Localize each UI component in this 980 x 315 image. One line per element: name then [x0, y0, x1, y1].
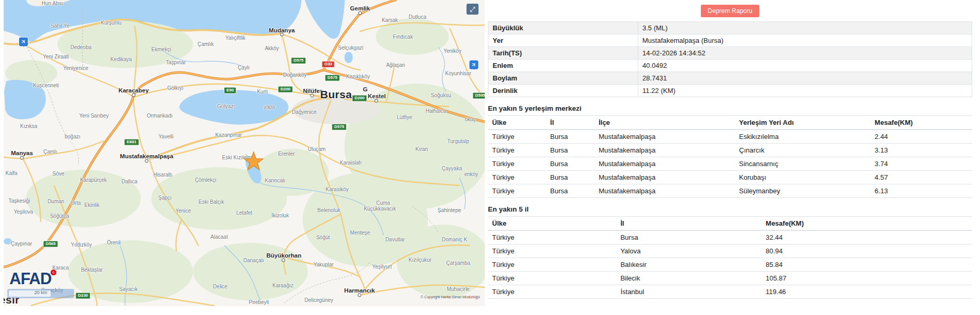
city-marker-dot [310, 94, 314, 98]
map-town-label: Soğuksu [431, 92, 451, 98]
map-town-label: Bektaşlar [81, 267, 103, 273]
table-cell: 2.44 [870, 130, 972, 144]
table-cell: Türkiye [488, 258, 616, 272]
afad-logo: AFAD ☪ [9, 271, 51, 287]
map-town-label: Turgutalp [447, 138, 469, 144]
road-shield: D565 [43, 241, 58, 248]
city-marker-dot [358, 294, 362, 297]
map-town-label: Erenler [278, 151, 295, 157]
map-city-label: Gemlik [350, 5, 370, 11]
table-row: Enlem40.0492 [488, 60, 972, 72]
nearest-provinces-title: En yakın 5 il [488, 205, 972, 213]
map-town-label: Delicegüney [304, 297, 333, 303]
map-town-label: Cuma [376, 200, 390, 206]
column-header: Mesafe(KM) [761, 217, 972, 231]
map-town-label: Orta [70, 200, 80, 206]
map-town-label: Pirebeyli [249, 299, 269, 305]
table-cell: Mustafakemalpaşa [594, 184, 735, 198]
map-town-label: Kuşcenneti [33, 83, 58, 88]
map-town-label: Fındıcak [393, 34, 413, 40]
map-town-label: Yeniyenice [63, 65, 88, 71]
map-city-label: Manyas [11, 150, 33, 156]
road-shield: D595 [472, 92, 485, 99]
road-shield: E881 [124, 139, 139, 146]
map-town-label: Söğüt [316, 235, 330, 240]
table-row: TürkiyeBilecik105.87 [488, 272, 972, 285]
map-town-label: yapa [264, 104, 275, 110]
table-row: TürkiyeBursa32.44 [488, 230, 972, 244]
table-cell: Bursa [546, 171, 594, 184]
map-town-label: Danaçalı [243, 258, 264, 263]
deprem-raporu-button[interactable]: Deprem Raporu [701, 5, 759, 17]
map-town-label: Taşkesiği [8, 198, 30, 204]
table-row: TürkiyeBursaMustafakemalpaşaKorubaşı4.57 [488, 171, 972, 184]
table-cell: Mustafakemalpaşa (Bursa) [638, 34, 972, 47]
table-cell: Bursa [546, 130, 594, 144]
map-town-label: enköy [464, 171, 479, 177]
map-city-label: Mustafakemalpaşa [120, 153, 173, 159]
nearest-settlements-title: En yakın 5 yerleşim merkezi [488, 104, 972, 112]
map-canvas[interactable]: Hun AbsıSahil YeKurşunluDedeobaYeni Zira… [0, 0, 485, 306]
table-cell: Boylam [488, 72, 638, 85]
map-city-label: Nilüfer [303, 88, 322, 94]
road-shield: D200 [352, 95, 367, 102]
table-cell: Derinlik [488, 85, 638, 97]
map-town-label: Karapürçek [80, 177, 106, 183]
map-town-label: Yavelli [159, 134, 174, 139]
map-town-label: Halhalca [426, 108, 446, 114]
map-town-label: Yeni Ziraatl [43, 54, 69, 60]
table-cell: Türkiye [488, 230, 616, 244]
city-marker-dot [145, 159, 149, 163]
map-city-label: G [363, 86, 368, 92]
table-row: TürkiyeBursaMustafakemalpaşaSincansarnıç… [488, 157, 972, 171]
map-town-label: Delice [213, 284, 228, 289]
city-marker-dot [282, 259, 285, 262]
table-cell: Balıkesir [616, 258, 761, 272]
airport-icon[interactable]: ✈ [19, 37, 29, 47]
map-scale-bar: 20 km [7, 289, 74, 298]
column-header: Yerleşim Yeri Adı [735, 116, 870, 130]
map-town-label: Kalfa [6, 170, 18, 176]
table-cell: İstanbul [616, 285, 761, 299]
table-cell: Türkiye [488, 130, 546, 144]
map-town-label: Akköy [265, 45, 279, 51]
map-town-label: Karsak [381, 17, 398, 23]
map-town-label: Gölkıyı [167, 85, 183, 91]
airport-icon[interactable]: ✈ [469, 60, 479, 70]
table-cell: 28.7431 [638, 72, 972, 85]
map-town-label: Yeşilyurt [372, 264, 391, 270]
column-header: Mesafe(KM) [870, 116, 972, 130]
road-shield: D575 [331, 124, 346, 131]
map-town-label: Uluçam [308, 146, 326, 152]
map-town-label: Doğanköy [283, 72, 306, 78]
map-town-label: Hisaraltı [153, 172, 173, 178]
map-town-label: Kurtı [257, 89, 268, 95]
map-town-label: Davutlar [385, 237, 404, 242]
nearest-settlements-table: ÜlkeİlİlçeYerleşim Yeri AdıMesafe(KM) Tü… [488, 115, 972, 198]
table-cell: 3.5 (ML) [638, 22, 972, 34]
map-town-label: Kurşunlu [101, 20, 121, 26]
map-town-label: Şahintepe [437, 207, 461, 213]
map-town-label: Menteşe [350, 230, 370, 236]
expand-map-button[interactable]: ⤢ [467, 4, 479, 15]
city-marker-dot [132, 94, 136, 97]
map-town-label: Taşpınar [166, 60, 186, 65]
table-cell: Türkiye [488, 184, 546, 198]
table-cell: Türkiye [488, 285, 616, 299]
map-town-label: Kedikaya [110, 56, 132, 62]
map-town-label: Ekinlik [85, 202, 100, 208]
table-row: Tarih(TS)14-02-2026 14:34:52 [488, 47, 972, 60]
map-city-label: Harmancık [344, 287, 375, 294]
road-shield: D200 [278, 86, 293, 93]
map-town-label: Selçukgazi [338, 45, 363, 51]
table-cell: Bursa [546, 157, 594, 171]
table-cell: Süleymanbey [735, 184, 870, 198]
table-row: TürkiyeYalova80.94 [488, 244, 972, 258]
table-cell: Tarih(TS) [488, 47, 638, 60]
map-town-label: Ağlaşan [386, 62, 405, 68]
map-town-label: Ormankadı [147, 113, 172, 119]
table-cell: Türkiye [488, 144, 546, 157]
nearest-provinces-table: ÜlkeİlMesafe(KM) TürkiyeBursa32.44Türkiy… [488, 216, 972, 299]
table-cell: Türkiye [488, 272, 616, 285]
table-cell: Bilecik [616, 272, 761, 285]
